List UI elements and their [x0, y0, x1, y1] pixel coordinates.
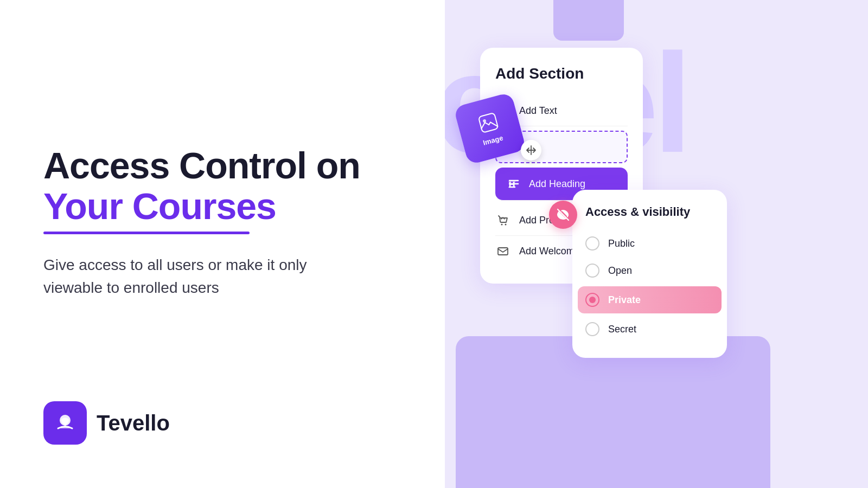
radio-public — [585, 236, 599, 251]
svg-point-4 — [505, 224, 507, 226]
radio-inner-secret — [589, 326, 596, 332]
hero-section: Access Control on Your Courses Give acce… — [43, 145, 401, 343]
add-heading-label: Add Heading — [529, 178, 585, 190]
bg-rect-top — [553, 0, 624, 41]
access-label-private: Private — [608, 294, 641, 306]
access-visibility-card: Access & visibility Public Open Private — [572, 190, 727, 358]
access-card-title: Access & visibility — [585, 205, 714, 219]
access-label-public: Public — [608, 238, 635, 249]
radio-open — [585, 264, 599, 278]
radio-private — [585, 293, 599, 307]
brand-name: Tevello — [97, 411, 170, 435]
hero-title-purple: Your Courses — [43, 186, 401, 227]
access-option-public[interactable]: Public — [585, 230, 714, 257]
bg-rect-bottom — [456, 336, 770, 488]
radio-inner-public — [589, 240, 596, 247]
heading-icon: H — [506, 176, 521, 191]
access-label-open: Open — [608, 265, 632, 277]
brand-icon — [43, 401, 87, 445]
left-panel: Access Control on Your Courses Give acce… — [0, 0, 445, 488]
eye-slash-icon — [556, 208, 570, 222]
radio-inner-private — [589, 297, 596, 303]
access-label-secret: Secret — [608, 324, 636, 335]
visibility-toggle-button[interactable] — [549, 201, 577, 229]
svg-rect-6 — [478, 113, 499, 133]
hero-title-black: Access Control on — [43, 145, 401, 186]
access-option-open[interactable]: Open — [585, 257, 714, 284]
add-text-label: Add Text — [519, 105, 557, 117]
svg-rect-5 — [498, 248, 508, 255]
svg-text:H: H — [508, 179, 515, 190]
email-icon — [495, 243, 510, 259]
hero-underline — [43, 232, 250, 234]
move-icon[interactable] — [521, 140, 541, 160]
add-section-title: Add Section — [495, 65, 628, 82]
image-tile-label: Image — [482, 133, 504, 146]
svg-point-3 — [501, 224, 503, 226]
brand-icon-svg — [52, 409, 79, 436]
access-option-secret[interactable]: Secret — [585, 316, 714, 343]
image-tile-icon — [476, 111, 500, 134]
right-panel: evel Add Section Add Text H Add H — [445, 0, 868, 488]
access-option-private[interactable]: Private — [578, 286, 722, 313]
radio-inner-open — [589, 267, 596, 274]
hero-description: Give access to all users or make it only… — [43, 254, 358, 299]
radio-secret — [585, 322, 599, 336]
product-icon — [495, 213, 510, 228]
svg-rect-1 — [60, 427, 70, 428]
brand-logo: Tevello — [43, 401, 170, 445]
